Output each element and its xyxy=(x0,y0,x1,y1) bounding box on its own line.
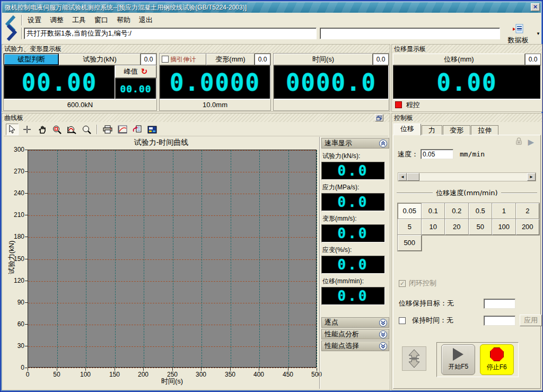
extensometer-checkbox[interactable] xyxy=(162,56,169,63)
displacement-header[interactable]: 位移(mm) xyxy=(393,54,525,65)
status-secondary-field xyxy=(320,28,500,39)
app-window: 微机控制电液伺服万能试验机测控系统--[预应力混凝土用钢绞线试验(GB/T522… xyxy=(0,0,543,392)
tab-拉伸[interactable]: 拉伸 xyxy=(471,125,498,135)
hold-time-input[interactable] xyxy=(484,316,515,326)
menu-item-帮助[interactable]: 帮助 xyxy=(113,14,134,26)
expand-down-icon[interactable] xyxy=(379,319,387,327)
zoom-plain-tool-icon[interactable] xyxy=(80,124,93,135)
control-tabs: 位移力变形拉伸 xyxy=(393,124,499,135)
speed-option-button[interactable]: 50 xyxy=(469,219,493,235)
rate-item-value: 0.0 xyxy=(338,194,369,210)
displacement-lcd: 0.00 xyxy=(393,65,541,99)
speed-option-button[interactable]: 10 xyxy=(422,219,445,235)
x-tick-mark xyxy=(115,368,115,371)
speed-scrollbar[interactable]: ◄ ► xyxy=(398,172,536,181)
hold-time-checkbox[interactable] xyxy=(399,317,406,324)
apply-button[interactable]: 应用 xyxy=(520,315,542,326)
pan-hand-tool-icon[interactable] xyxy=(36,124,48,135)
time-lcd: 0000.0 xyxy=(274,65,389,99)
gridline-vertical xyxy=(173,150,173,367)
deform-header[interactable]: 变形(mm) xyxy=(206,54,255,65)
peak-refresh-icon[interactable]: ↻ xyxy=(141,68,148,75)
menu-item-窗口[interactable]: 窗口 xyxy=(91,14,112,26)
speed-input[interactable] xyxy=(421,149,453,159)
tab-力[interactable]: 力 xyxy=(422,125,442,135)
expand-down-icon[interactable] xyxy=(379,330,387,338)
time-header[interactable]: 时间(s) xyxy=(274,54,373,65)
scroll-right-icon[interactable]: ► xyxy=(527,173,536,181)
databoard-icon xyxy=(513,24,523,33)
scroll-thumb[interactable] xyxy=(407,173,419,181)
peak-bar[interactable]: 峰值 ↻ xyxy=(115,65,156,78)
speed-option-button[interactable]: 20 xyxy=(445,219,469,235)
expand-down-icon[interactable] xyxy=(379,342,387,350)
hold-time-label: 保持时间：无 xyxy=(412,316,453,325)
menu-item-设置[interactable]: 设置 xyxy=(24,14,45,26)
force-lcd: 00.00 xyxy=(4,65,115,99)
y-tick-mark xyxy=(25,346,28,346)
tab-变形[interactable]: 变形 xyxy=(443,125,470,135)
hold-target-input[interactable] xyxy=(484,299,515,309)
start-button[interactable]: 开始F5 xyxy=(441,344,475,375)
speed-label: 速度： xyxy=(398,150,418,159)
collapse-up-icon[interactable] xyxy=(379,140,387,147)
close-button[interactable]: × xyxy=(531,3,540,11)
zoom-curve-tool-icon[interactable] xyxy=(65,124,78,135)
export-tool-icon[interactable] xyxy=(131,124,144,135)
collapsed-section-逐点[interactable]: 逐点 xyxy=(321,317,389,328)
y-tick-mark xyxy=(25,281,28,281)
y-tick-mark xyxy=(25,193,28,194)
stop-button[interactable]: 停止F6 xyxy=(480,344,514,375)
gridline-horizontal xyxy=(28,325,316,325)
toolbar-separator xyxy=(97,125,98,134)
speed-option-button[interactable]: 500 xyxy=(398,235,422,251)
restore-button[interactable] xyxy=(375,114,383,121)
menu-item-退出[interactable]: 退出 xyxy=(135,14,156,26)
rate-item: 试验力(kN/s):0.0 xyxy=(321,152,389,180)
closed-loop-checkbox: ✓ xyxy=(399,280,406,287)
speed-option-button[interactable]: 0.1 xyxy=(422,203,445,219)
stop-label: 停止F6 xyxy=(487,363,507,372)
collapsed-section-性能点分析[interactable]: 性能点分析 xyxy=(321,329,389,339)
peak-label: 峰值 xyxy=(124,67,138,76)
databoard-button[interactable]: 数据板 ▼ xyxy=(501,24,535,43)
rate-item-lcd: 0.0 xyxy=(321,287,385,305)
speed-option-button[interactable]: 100 xyxy=(492,219,516,235)
speed-option-button[interactable]: 200 xyxy=(516,219,540,235)
databoard-caret-icon[interactable]: ▼ xyxy=(536,31,540,36)
x-tick-mark xyxy=(143,368,144,371)
speed-option-button[interactable]: 5 xyxy=(398,219,422,235)
zoom-box-tool-icon[interactable] xyxy=(50,124,63,135)
rate-panel-header[interactable]: 速率显示 xyxy=(321,138,389,149)
tab-位移[interactable]: 位移 xyxy=(393,124,421,135)
speed-option-button[interactable]: 0.2 xyxy=(445,203,469,219)
force-header[interactable]: 试验力(kN) xyxy=(59,54,141,65)
collapsed-section-性能点选择[interactable]: 性能点选择 xyxy=(321,341,389,351)
menu-item-调整[interactable]: 调整 xyxy=(46,14,67,26)
peak-lcd: 00.00 xyxy=(115,78,156,99)
print-tool-icon[interactable] xyxy=(101,124,114,135)
scroll-left-icon[interactable]: ◄ xyxy=(398,173,407,181)
speed-option-button[interactable]: 2 xyxy=(516,203,540,219)
jog-updown-button[interactable] xyxy=(402,346,426,371)
force-deform-panel-caption: 试验力、变形显示板 xyxy=(2,45,390,53)
speed-option-button[interactable]: 1 xyxy=(492,203,516,219)
cursor-tool-icon[interactable] xyxy=(6,124,19,135)
curve-style-tool-icon[interactable] xyxy=(116,124,129,135)
curve-toolbar xyxy=(4,123,388,136)
control-panel-caption: 控制板 xyxy=(392,114,542,122)
speed-option-button[interactable]: 0.5 xyxy=(469,203,493,219)
data-view-tool-icon[interactable] xyxy=(146,124,159,135)
window-title: 微机控制电液伺服万能试验机测控系统--[预应力混凝土用钢绞线试验(GB/T522… xyxy=(2,3,247,12)
extensometer-cell[interactable]: 摘引伸计 xyxy=(160,54,206,65)
break-judge-button[interactable]: 破型判断 xyxy=(4,54,59,65)
x-tick-mark xyxy=(201,368,202,371)
speed-option-button[interactable]: 0.05 xyxy=(398,203,422,219)
displacement-value: 0.00 xyxy=(437,69,497,96)
time-aux-value: 0.0 xyxy=(373,54,389,65)
gridline-horizontal xyxy=(28,346,316,347)
y-tick-mark xyxy=(25,150,28,150)
crosshair-tool-icon[interactable] xyxy=(21,124,33,135)
menu-item-工具[interactable]: 工具 xyxy=(68,14,90,26)
plot-area[interactable] xyxy=(28,150,317,368)
